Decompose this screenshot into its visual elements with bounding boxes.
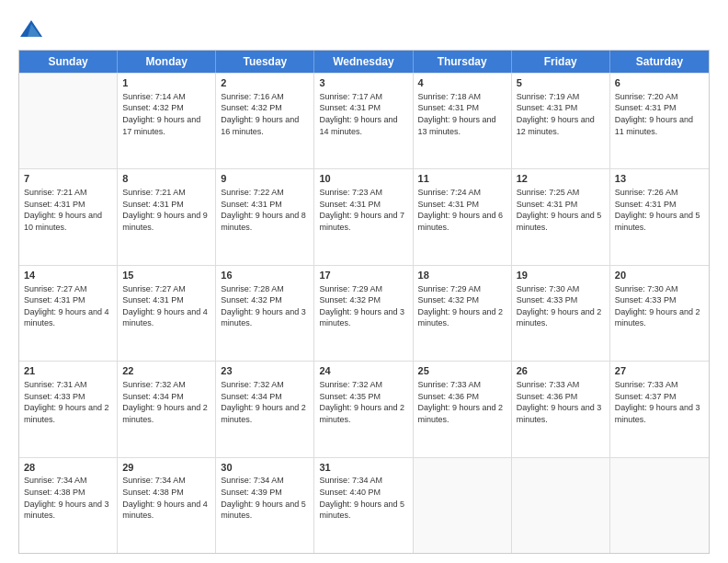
header-day: Sunday xyxy=(19,51,118,73)
header-day: Wednesday xyxy=(314,51,413,73)
calendar-cell: 16Sunrise: 7:28 AM Sunset: 4:32 PM Dayli… xyxy=(216,266,314,361)
calendar-cell: 13Sunrise: 7:26 AM Sunset: 4:31 PM Dayli… xyxy=(610,169,709,264)
cell-info: Sunrise: 7:27 AM Sunset: 4:31 PM Dayligh… xyxy=(24,283,112,329)
cell-info: Sunrise: 7:32 AM Sunset: 4:34 PM Dayligh… xyxy=(122,379,210,425)
calendar-cell: 23Sunrise: 7:32 AM Sunset: 4:34 PM Dayli… xyxy=(216,362,314,456)
logo-icon xyxy=(18,17,44,42)
calendar-cell: 12Sunrise: 7:25 AM Sunset: 4:31 PM Dayli… xyxy=(512,169,610,264)
cell-info: Sunrise: 7:17 AM Sunset: 4:31 PM Dayligh… xyxy=(319,91,407,137)
day-number: 19 xyxy=(517,269,605,282)
calendar-body: 1Sunrise: 7:14 AM Sunset: 4:32 PM Daylig… xyxy=(19,73,709,553)
day-number: 6 xyxy=(615,76,704,90)
calendar-cell: 19Sunrise: 7:30 AM Sunset: 4:33 PM Dayli… xyxy=(512,266,610,361)
calendar-cell: 17Sunrise: 7:29 AM Sunset: 4:32 PM Dayli… xyxy=(314,266,413,361)
calendar-cell xyxy=(414,458,512,553)
cell-info: Sunrise: 7:24 AM Sunset: 4:31 PM Dayligh… xyxy=(418,187,506,233)
day-number: 23 xyxy=(221,364,309,378)
calendar-cell: 2Sunrise: 7:16 AM Sunset: 4:32 PM Daylig… xyxy=(216,74,314,168)
calendar-cell: 7Sunrise: 7:21 AM Sunset: 4:31 PM Daylig… xyxy=(19,169,118,264)
header-day: Tuesday xyxy=(216,51,314,73)
calendar-row: 7Sunrise: 7:21 AM Sunset: 4:31 PM Daylig… xyxy=(19,168,709,264)
day-number: 17 xyxy=(319,269,407,282)
cell-info: Sunrise: 7:33 AM Sunset: 4:36 PM Dayligh… xyxy=(418,379,506,425)
cell-info: Sunrise: 7:30 AM Sunset: 4:33 PM Dayligh… xyxy=(615,283,704,329)
calendar-cell: 28Sunrise: 7:34 AM Sunset: 4:38 PM Dayli… xyxy=(19,458,118,553)
calendar-cell: 18Sunrise: 7:29 AM Sunset: 4:32 PM Dayli… xyxy=(414,266,512,361)
calendar-cell: 11Sunrise: 7:24 AM Sunset: 4:31 PM Dayli… xyxy=(414,169,512,264)
calendar-cell: 9Sunrise: 7:22 AM Sunset: 4:31 PM Daylig… xyxy=(216,169,314,264)
day-number: 4 xyxy=(418,76,506,90)
cell-info: Sunrise: 7:29 AM Sunset: 4:32 PM Dayligh… xyxy=(418,283,506,329)
cell-info: Sunrise: 7:22 AM Sunset: 4:31 PM Dayligh… xyxy=(221,187,309,233)
cell-info: Sunrise: 7:16 AM Sunset: 4:32 PM Dayligh… xyxy=(221,91,309,137)
calendar-cell: 6Sunrise: 7:20 AM Sunset: 4:31 PM Daylig… xyxy=(610,74,709,168)
day-number: 12 xyxy=(517,172,605,186)
day-number: 5 xyxy=(517,76,605,90)
day-number: 31 xyxy=(319,461,407,475)
calendar-cell: 27Sunrise: 7:33 AM Sunset: 4:37 PM Dayli… xyxy=(610,362,709,456)
cell-info: Sunrise: 7:29 AM Sunset: 4:32 PM Dayligh… xyxy=(319,283,407,329)
calendar-cell: 21Sunrise: 7:31 AM Sunset: 4:33 PM Dayli… xyxy=(19,362,118,456)
calendar-cell: 3Sunrise: 7:17 AM Sunset: 4:31 PM Daylig… xyxy=(314,74,413,168)
day-number: 25 xyxy=(418,364,506,378)
calendar-row: 1Sunrise: 7:14 AM Sunset: 4:32 PM Daylig… xyxy=(19,73,709,168)
header-day: Friday xyxy=(512,51,610,73)
day-number: 20 xyxy=(615,269,704,282)
day-number: 14 xyxy=(24,269,112,282)
cell-info: Sunrise: 7:18 AM Sunset: 4:31 PM Dayligh… xyxy=(418,91,506,137)
calendar-cell: 22Sunrise: 7:32 AM Sunset: 4:34 PM Dayli… xyxy=(118,362,216,456)
calendar-row: 21Sunrise: 7:31 AM Sunset: 4:33 PM Dayli… xyxy=(19,361,709,456)
day-number: 3 xyxy=(319,76,407,90)
day-number: 28 xyxy=(24,461,112,475)
header xyxy=(18,17,710,42)
cell-info: Sunrise: 7:32 AM Sunset: 4:34 PM Dayligh… xyxy=(221,379,309,425)
calendar-cell: 24Sunrise: 7:32 AM Sunset: 4:35 PM Dayli… xyxy=(314,362,413,456)
calendar-cell: 14Sunrise: 7:27 AM Sunset: 4:31 PM Dayli… xyxy=(19,266,118,361)
cell-info: Sunrise: 7:33 AM Sunset: 4:37 PM Dayligh… xyxy=(615,379,704,425)
day-number: 24 xyxy=(319,364,407,378)
calendar-row: 28Sunrise: 7:34 AM Sunset: 4:38 PM Dayli… xyxy=(19,457,709,553)
calendar-cell: 25Sunrise: 7:33 AM Sunset: 4:36 PM Dayli… xyxy=(414,362,512,456)
cell-info: Sunrise: 7:25 AM Sunset: 4:31 PM Dayligh… xyxy=(517,187,605,233)
day-number: 11 xyxy=(418,172,506,186)
cell-info: Sunrise: 7:34 AM Sunset: 4:40 PM Dayligh… xyxy=(319,475,407,521)
cell-info: Sunrise: 7:33 AM Sunset: 4:36 PM Dayligh… xyxy=(517,379,605,425)
day-number: 22 xyxy=(122,364,210,378)
cell-info: Sunrise: 7:21 AM Sunset: 4:31 PM Dayligh… xyxy=(122,187,210,233)
day-number: 9 xyxy=(221,172,309,186)
day-number: 30 xyxy=(221,461,309,475)
calendar-cell: 1Sunrise: 7:14 AM Sunset: 4:32 PM Daylig… xyxy=(118,74,216,168)
day-number: 27 xyxy=(615,364,704,378)
calendar-row: 14Sunrise: 7:27 AM Sunset: 4:31 PM Dayli… xyxy=(19,265,709,361)
calendar-cell: 31Sunrise: 7:34 AM Sunset: 4:40 PM Dayli… xyxy=(314,458,413,553)
day-number: 26 xyxy=(517,364,605,378)
calendar-cell: 15Sunrise: 7:27 AM Sunset: 4:31 PM Dayli… xyxy=(118,266,216,361)
cell-info: Sunrise: 7:19 AM Sunset: 4:31 PM Dayligh… xyxy=(517,91,605,137)
header-day: Monday xyxy=(118,51,216,73)
day-number: 2 xyxy=(221,76,309,90)
day-number: 10 xyxy=(319,172,407,186)
cell-info: Sunrise: 7:34 AM Sunset: 4:39 PM Dayligh… xyxy=(221,475,309,521)
header-day: Thursday xyxy=(414,51,512,73)
cell-info: Sunrise: 7:34 AM Sunset: 4:38 PM Dayligh… xyxy=(24,475,112,521)
calendar-cell xyxy=(19,74,118,168)
cell-info: Sunrise: 7:26 AM Sunset: 4:31 PM Dayligh… xyxy=(615,187,704,233)
day-number: 29 xyxy=(122,461,210,475)
cell-info: Sunrise: 7:31 AM Sunset: 4:33 PM Dayligh… xyxy=(24,379,112,425)
day-number: 18 xyxy=(418,269,506,282)
calendar-cell: 30Sunrise: 7:34 AM Sunset: 4:39 PM Dayli… xyxy=(216,458,314,553)
cell-info: Sunrise: 7:20 AM Sunset: 4:31 PM Dayligh… xyxy=(615,91,704,137)
calendar-cell: 26Sunrise: 7:33 AM Sunset: 4:36 PM Dayli… xyxy=(512,362,610,456)
cell-info: Sunrise: 7:34 AM Sunset: 4:38 PM Dayligh… xyxy=(122,475,210,521)
cell-info: Sunrise: 7:14 AM Sunset: 4:32 PM Dayligh… xyxy=(122,91,210,137)
calendar-cell: 4Sunrise: 7:18 AM Sunset: 4:31 PM Daylig… xyxy=(414,74,512,168)
cell-info: Sunrise: 7:23 AM Sunset: 4:31 PM Dayligh… xyxy=(319,187,407,233)
calendar-cell: 10Sunrise: 7:23 AM Sunset: 4:31 PM Dayli… xyxy=(314,169,413,264)
day-number: 13 xyxy=(615,172,704,186)
calendar-cell xyxy=(610,458,709,553)
calendar-cell xyxy=(512,458,610,553)
day-number: 1 xyxy=(122,76,210,90)
calendar-cell: 20Sunrise: 7:30 AM Sunset: 4:33 PM Dayli… xyxy=(610,266,709,361)
calendar-header: SundayMondayTuesdayWednesdayThursdayFrid… xyxy=(19,51,709,73)
calendar-cell: 29Sunrise: 7:34 AM Sunset: 4:38 PM Dayli… xyxy=(118,458,216,553)
